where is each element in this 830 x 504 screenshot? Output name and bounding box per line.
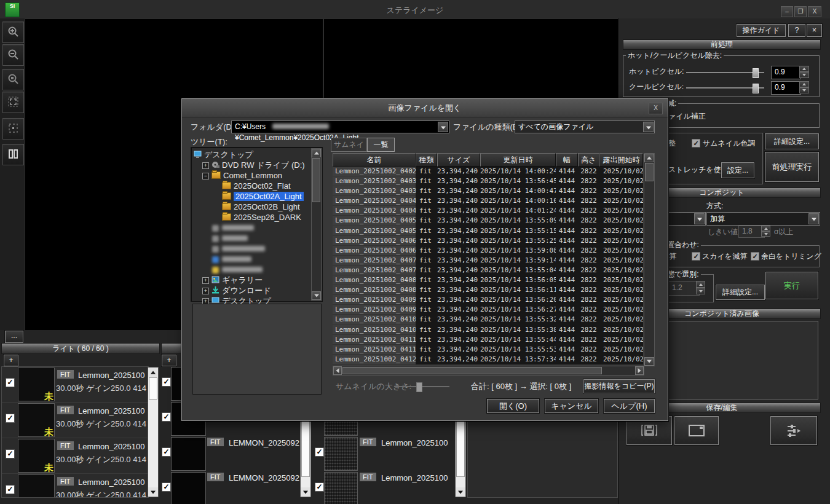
frame-checkbox[interactable]: ✓ xyxy=(162,482,171,492)
dark-add-button[interactable]: + xyxy=(162,355,176,366)
copy-capture-info-button[interactable]: 撮影情報をコピー(P) xyxy=(583,379,655,393)
tree-item-gallery[interactable]: +ギャラリー xyxy=(194,275,321,285)
frame-thumbnail[interactable]: 未 xyxy=(18,403,55,437)
tree-item-subfolder[interactable]: 2025Oct02B_Light xyxy=(194,202,321,212)
tree-item-subfolder[interactable]: 2025Oct02_Flat xyxy=(194,181,321,191)
file-row[interactable]: Lemmon_20251002_0408… fit 23,394,240 202… xyxy=(333,285,643,295)
tree-item-redacted[interactable] xyxy=(194,243,321,254)
preprocess-run-button[interactable]: 前処理実行 xyxy=(765,152,819,182)
col-type[interactable]: 種類 xyxy=(416,153,437,167)
col-exposure[interactable]: 露出開始時 xyxy=(599,153,643,167)
expand-icon[interactable]: + xyxy=(202,288,209,294)
file-table-hscrollbar[interactable] xyxy=(333,366,644,376)
file-row[interactable]: Lemmon_20251002_0404… fit 23,394,240 202… xyxy=(333,206,643,216)
frame-checkbox[interactable]: ✓ xyxy=(6,414,15,423)
zoom-out-button[interactable] xyxy=(2,44,24,66)
frame-checkbox[interactable]: ✓ xyxy=(315,447,324,457)
scroll-up-icon[interactable] xyxy=(148,368,158,377)
cool-pixel-spinner[interactable] xyxy=(799,81,809,93)
method-combo[interactable]: 加算 xyxy=(706,212,820,226)
dark-frame-row[interactable]: FIT LEMMON_2025092 xyxy=(205,436,300,471)
file-table-vscrollbar[interactable] xyxy=(644,153,655,366)
stretch-settings-button[interactable]: 設定... xyxy=(721,162,754,178)
dual-pane-button[interactable] xyxy=(2,144,24,165)
file-row[interactable]: Lemmon_20251002_0412… fit 23,394,240 202… xyxy=(333,355,643,364)
scroll-down-icon[interactable] xyxy=(148,487,158,497)
thumbnail-tone-checkbox[interactable]: ✓ xyxy=(692,139,700,148)
col-height[interactable]: 高さ xyxy=(578,153,599,167)
light-list-scrollbar[interactable] xyxy=(148,367,159,497)
file-row[interactable]: Lemmon_20251002_0411… fit 23,394,240 202… xyxy=(333,335,643,345)
file-row[interactable]: Lemmon_20251002_0408… fit 23,394,240 202… xyxy=(333,275,643,285)
scroll-right-icon[interactable] xyxy=(635,366,644,375)
dark-frame-row[interactable]: FIT LEMMON_2025092 xyxy=(205,471,300,504)
composite-details-button[interactable]: 詳細設定... xyxy=(716,285,765,300)
scroll-down-icon[interactable] xyxy=(644,357,654,366)
file-row[interactable]: Lemmon_20251002_0407… fit 23,394,240 202… xyxy=(333,256,643,266)
tree-scrollbar[interactable] xyxy=(311,148,322,301)
adjust-settings-button[interactable] xyxy=(770,416,817,445)
center-view-button[interactable] xyxy=(2,118,24,140)
preprocess-details-button[interactable]: 詳細設定... xyxy=(765,133,819,149)
frame-checkbox[interactable]: ✓ xyxy=(162,377,171,387)
file-row[interactable]: Lemmon_20251002_0411… fit 23,394,240 202… xyxy=(333,345,643,355)
panel-help-button[interactable]: ? xyxy=(788,24,805,37)
light-frame-row[interactable]: ✓ 未 FIT Lemmon_2025100 30.00秒 ゲイン250.0 4… xyxy=(2,403,148,438)
scroll-left-icon[interactable] xyxy=(333,366,342,375)
trim-margin-checkbox[interactable]: ✓ xyxy=(751,252,759,261)
expand-icon[interactable]: + xyxy=(202,277,209,284)
cool-pixel-value[interactable]: 0.9 xyxy=(771,81,801,95)
close-button[interactable]: X xyxy=(808,6,821,17)
sky-subtract-checkbox[interactable]: ✓ xyxy=(692,252,700,261)
scroll-down-icon[interactable] xyxy=(301,487,310,497)
hot-pixel-slider[interactable] xyxy=(686,72,764,73)
chevron-down-icon[interactable] xyxy=(808,213,819,224)
tree-item-redacted[interactable] xyxy=(194,233,321,243)
open-button[interactable]: 開く(O) xyxy=(487,399,539,413)
dialog-close-button[interactable]: X xyxy=(649,103,663,114)
tree-item-comet-lemmon[interactable]: −Comet_Lemmon xyxy=(194,170,321,181)
frame-thumbnail[interactable]: 未 xyxy=(18,474,55,498)
tree-item-redacted[interactable] xyxy=(194,222,321,233)
file-row[interactable]: Lemmon_20251002_0402… fit 23,394,240 202… xyxy=(333,167,643,176)
frame-checkbox[interactable]: ✓ xyxy=(315,482,324,492)
frame-checkbox[interactable]: ✓ xyxy=(6,378,15,387)
file-row[interactable]: Lemmon_20251002_0409… fit 23,394,240 202… xyxy=(333,305,643,315)
composite-run-button[interactable]: 実行 xyxy=(765,272,818,299)
maximize-button[interactable]: ❐ xyxy=(794,6,807,17)
file-row[interactable]: Lemmon_20251002_0405… fit 23,394,240 202… xyxy=(333,226,643,236)
light-frame-row[interactable]: ✓ 未 FIT Lemmon_2025100 30.00秒 ゲイン250.0 4… xyxy=(2,474,148,498)
tab-thumbnail[interactable]: サムネイル xyxy=(331,138,367,152)
expand-icon[interactable]: + xyxy=(202,162,209,169)
zoom-in-button[interactable] xyxy=(2,22,24,43)
file-row[interactable]: Lemmon_20251002_0403… fit 23,394,240 202… xyxy=(333,176,643,186)
frame-checkbox[interactable]: ✓ xyxy=(6,485,15,494)
col-width[interactable]: 幅 xyxy=(556,153,578,167)
frame-checkbox[interactable]: ✓ xyxy=(162,412,171,422)
tree-item-desktop[interactable]: デスクトップ xyxy=(194,149,321,160)
tree-item-downloads[interactable]: +ダウンロード xyxy=(194,285,321,296)
scroll-down-icon[interactable] xyxy=(312,291,321,300)
filetype-combo[interactable]: すべての画像ファイル xyxy=(515,120,655,133)
zoom-actual-button[interactable] xyxy=(2,69,24,90)
help-button[interactable]: ヘルプ(H) xyxy=(604,399,655,413)
col-name[interactable]: 名前 xyxy=(333,153,416,167)
flat-frame-row[interactable]: FIT Lemmon_2025100 xyxy=(357,436,455,471)
file-row[interactable]: Lemmon_20251002_0407… fit 23,394,240 202… xyxy=(333,266,643,275)
tree-item-subfolder[interactable]: 2025Sep26_DARK xyxy=(194,212,321,222)
light-frame-row[interactable]: ✓ 未 FIT Lemmon_2025100 30.00秒 ゲイン250.0 4… xyxy=(2,438,148,474)
tree-item-subfolder-selected[interactable]: 2025Oct02A_Light xyxy=(194,191,321,202)
light-frame-row[interactable]: ✓ 未 FIT Lemmon_2025100 30.00秒 ゲイン250.0 4… xyxy=(2,367,148,403)
hot-pixel-value[interactable]: 0.9 xyxy=(771,66,801,79)
chevron-down-icon[interactable] xyxy=(438,122,448,132)
tree-item-dvd-drive[interactable]: +DVD RW ドライブ (D:) xyxy=(194,160,321,170)
frame-thumbnail[interactable]: 未 xyxy=(18,368,55,401)
tree-item-redacted[interactable] xyxy=(194,254,321,264)
col-size[interactable]: サイズ xyxy=(437,153,480,167)
chevron-down-icon[interactable] xyxy=(694,213,705,224)
new-window-button[interactable] xyxy=(674,416,719,445)
panel-close-button[interactable]: × xyxy=(807,24,822,37)
file-row[interactable]: Lemmon_20251002_0410… fit 23,394,240 202… xyxy=(333,325,643,335)
hot-pixel-spinner[interactable] xyxy=(799,66,809,78)
file-row[interactable]: Lemmon_20251002_0410… fit 23,394,240 202… xyxy=(333,315,643,325)
